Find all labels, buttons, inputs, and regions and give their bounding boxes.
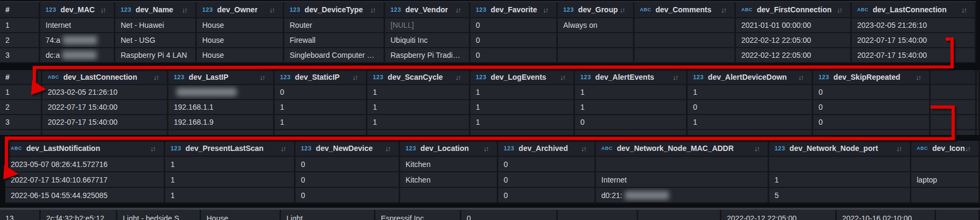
column-header-dev_NewDevice[interactable]: 123dev_NewDevice↓↑ bbox=[296, 141, 400, 157]
numeric-field-type-icon: 123 bbox=[174, 74, 185, 80]
column-header-dev_Comments[interactable]: ABCdev_Comments↓↑ bbox=[635, 2, 736, 18]
text-field-type-icon: ABC bbox=[917, 146, 928, 151]
numeric-field-type-icon: 123 bbox=[373, 74, 384, 80]
table-row: 1InternetNet - HuaweiHouseRouter[NULL]0A… bbox=[0, 18, 976, 33]
column-label: dev_LastIP bbox=[189, 73, 229, 81]
column-header-dev_SkipRepeated[interactable]: 123dev_SkipRepeated↓↑ bbox=[813, 70, 931, 85]
column-header-#: # bbox=[0, 2, 40, 18]
cell: 74:a bbox=[40, 33, 115, 48]
cell bbox=[168, 85, 275, 100]
cell: [NULL] bbox=[385, 18, 470, 33]
sort-icon: ↓↑ bbox=[673, 73, 686, 81]
column-header-dev_Archived[interactable]: 123dev_Archived↓↑ bbox=[498, 141, 596, 157]
cell: House bbox=[197, 33, 284, 48]
numeric-field-type-icon: 123 bbox=[406, 145, 416, 151]
cell: 1 bbox=[688, 115, 813, 130]
cell: 1 bbox=[470, 115, 575, 130]
redacted-blur bbox=[63, 36, 97, 44]
column-header-dev_Owner[interactable]: 123dev_Owner↓↑ bbox=[197, 2, 284, 18]
column-header-dev_Icon[interactable]: ABCdev_Icon↓↑ bbox=[911, 141, 980, 157]
cell: 0 bbox=[498, 172, 596, 188]
column-header-dev_DeviceType[interactable]: 123dev_DeviceType↓↑ bbox=[284, 2, 385, 18]
table-row: 2023-05-07 08:26:41.57271610Kitchen0 bbox=[5, 157, 980, 172]
column-header-dev_ScanCycle[interactable]: 123dev_ScanCycle↓↑ bbox=[367, 70, 470, 85]
column-header-dev_LastConnection[interactable]: ABCdev_LastConnection↓↑ bbox=[42, 70, 168, 85]
cell: 2022-07-17 15:40:00 bbox=[852, 33, 976, 48]
column-label: dev_Group bbox=[578, 5, 618, 14]
sort-icon: ↓↑ bbox=[896, 145, 910, 153]
column-header-dev_Group[interactable]: 123dev_Group↓↑ bbox=[558, 2, 635, 18]
column-header-dev_Network_Node_port[interactable]: 123dev_Network_Node_port↓↑ bbox=[769, 141, 911, 157]
column-label: dev_SkipRepeated bbox=[834, 73, 901, 81]
column-header-dev_AlertDeviceDown[interactable]: 123dev_AlertDeviceDown↓↑ bbox=[688, 70, 813, 85]
cell: 1 bbox=[165, 157, 296, 172]
column-header-dev_LastNotification[interactable]: ABCdev_LastNotification↓↑ bbox=[5, 141, 165, 157]
column-label: dev_Owner bbox=[217, 5, 257, 14]
cell: 2022-07-17 15:40:00 bbox=[42, 100, 168, 115]
column-header-dev_LogEvents[interactable]: 123dev_LogEvents↓↑ bbox=[470, 70, 575, 85]
grid-line bbox=[975, 70, 977, 135]
cell: Light bbox=[281, 210, 375, 220]
cell: Firewall bbox=[284, 33, 385, 48]
cell: Internet bbox=[596, 172, 769, 188]
sort-icon: ↓↑ bbox=[837, 6, 850, 14]
cell: 0 bbox=[296, 157, 400, 172]
cell: 1 bbox=[688, 85, 813, 100]
text-field-type-icon: ABC bbox=[640, 7, 651, 12]
cell: d0:21: bbox=[596, 188, 769, 203]
column-header-dev_FirstConnection[interactable]: ABCdev_FirstConnection↓↑ bbox=[736, 2, 852, 18]
cell: 1 bbox=[367, 115, 470, 130]
column-label: dev_Icon bbox=[932, 144, 965, 153]
column-label: dev_Favorite bbox=[491, 5, 537, 14]
cell: Router bbox=[284, 18, 385, 33]
cell: 2c:f4:32:b2:e5:12 bbox=[41, 210, 117, 220]
device-table-strip-1: #123dev_MAC↓↑123dev_Name↓↑123dev_Owner↓↑… bbox=[0, 2, 976, 63]
column-header-dev_LastConnection[interactable]: ABCdev_LastConnection↓↑ bbox=[852, 2, 976, 18]
column-header-dev_MAC[interactable]: 123dev_MAC↓↑ bbox=[40, 2, 115, 18]
sort-icon: ↓↑ bbox=[385, 145, 399, 153]
column-header-dev_Vendor[interactable]: 123dev_Vendor↓↑ bbox=[385, 2, 470, 18]
column-header-dev_LastIP[interactable]: 123dev_LastIP↓↑ bbox=[168, 70, 275, 85]
cell: House bbox=[201, 210, 281, 220]
sort-icon: ↓↑ bbox=[100, 6, 114, 14]
sort-icon: ↓↑ bbox=[965, 145, 978, 153]
cell: Internet bbox=[40, 18, 115, 33]
numeric-field-type-icon: 123 bbox=[819, 74, 829, 80]
cell bbox=[911, 157, 980, 172]
column-header-dev_Favorite[interactable]: 123dev_Favorite↓↑ bbox=[470, 2, 558, 18]
column-label: dev_DeviceType bbox=[305, 5, 363, 14]
cell-text: 74:a bbox=[46, 36, 60, 44]
cell: Always on bbox=[558, 18, 635, 33]
column-label: # bbox=[5, 5, 10, 14]
numeric-field-type-icon: 123 bbox=[390, 6, 401, 13]
table-row: 2022-06-15 04:55:44.925085100d0:21:5 bbox=[5, 188, 980, 203]
column-header-dev_PresentLastScan[interactable]: 123dev_PresentLastScan↓↑ bbox=[165, 141, 296, 157]
column-header-dev_Location[interactable]: 123dev_Location↓↑ bbox=[400, 141, 498, 157]
table-row: 3dc:aRaspberry Pi 4 LANHouseSingleboard … bbox=[0, 48, 976, 63]
cell: 1 bbox=[575, 85, 688, 100]
column-label: dev_PresentLastScan bbox=[186, 144, 264, 153]
redacted-blur bbox=[625, 191, 669, 200]
column-label: dev_Archived bbox=[519, 144, 568, 153]
cell: 0 bbox=[688, 100, 813, 115]
sort-icon: ↓↑ bbox=[153, 73, 167, 81]
cell bbox=[638, 210, 721, 220]
cell: 0 bbox=[813, 100, 931, 115]
cell: dc:a bbox=[40, 48, 115, 63]
column-header-dev_StaticIP[interactable]: 123dev_StaticIP↓↑ bbox=[275, 70, 367, 85]
column-header-dev_Network_Node_MAC_ADDR[interactable]: ABCdev_Network_Node_MAC_ADDR↓↑ bbox=[596, 141, 769, 157]
column-header-dev_AlertEvents[interactable]: 123dev_AlertEvents↓↑ bbox=[575, 70, 688, 85]
cell: 2022-02-12 22:05:00 bbox=[736, 48, 852, 63]
column-label: dev_LogEvents bbox=[491, 73, 546, 81]
text-field-type-icon: ABC bbox=[601, 146, 613, 151]
cell: 1 bbox=[575, 100, 688, 115]
cell: 2022-07-17 15:40:00 bbox=[42, 115, 168, 130]
cell: 1 bbox=[275, 115, 367, 130]
cell-text: [NULL] bbox=[390, 21, 414, 29]
cell: 1 bbox=[367, 100, 470, 115]
cell: 0 bbox=[296, 172, 400, 188]
cell: 1 bbox=[165, 188, 296, 203]
sort-icon: ↓↑ bbox=[721, 6, 734, 14]
column-header-dev_Name[interactable]: 123dev_Name↓↑ bbox=[115, 2, 197, 18]
redacted-blur bbox=[176, 88, 237, 96]
